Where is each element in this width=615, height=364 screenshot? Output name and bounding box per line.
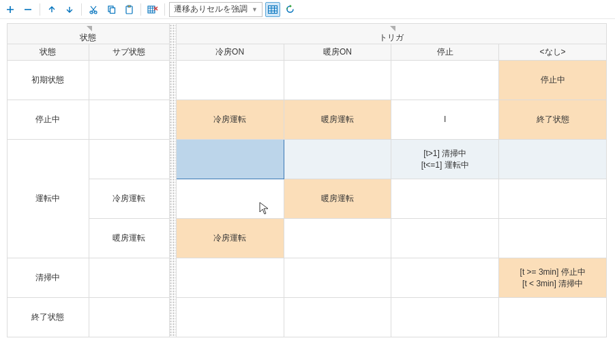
grid-cell[interactable] xyxy=(284,258,391,298)
move-up-button[interactable] xyxy=(44,2,59,17)
delete-cell-button[interactable] xyxy=(145,2,160,17)
row-header-stopped[interactable]: 停止中 xyxy=(7,100,89,140)
state-group-header: 状態 xyxy=(7,24,170,44)
row-header-initial[interactable]: 初期状態 xyxy=(7,61,89,100)
row-header-running[interactable]: 運転中 xyxy=(7,140,89,258)
row-header-end[interactable]: 終了状態 xyxy=(7,298,89,337)
separator xyxy=(81,3,82,16)
grid-cell[interactable] xyxy=(284,298,391,337)
col-header-heating-on[interactable]: 暖房ON xyxy=(284,44,391,61)
grid-cell[interactable] xyxy=(391,298,499,337)
svg-rect-3 xyxy=(110,8,115,14)
svg-rect-5 xyxy=(127,5,130,7)
col-header-cooling-on[interactable]: 冷房ON xyxy=(176,44,284,61)
row-header-sub[interactable] xyxy=(89,61,169,100)
grid-cell[interactable] xyxy=(499,179,607,219)
state-transition-grid: 状態 トリガ 状態 サブ状態 冷房ON 暖房ON 停止 <なし> 初期状態 停止… xyxy=(0,19,615,344)
grid-cell[interactable] xyxy=(176,258,284,298)
grid-cell[interactable] xyxy=(176,61,284,100)
toolbar: 遷移ありセルを強調 ▼ xyxy=(0,0,615,19)
col-header-substate[interactable]: サブ状態 xyxy=(89,44,169,61)
grid-cell[interactable] xyxy=(391,179,499,219)
grid-cell[interactable]: 終了状態 xyxy=(499,100,607,140)
grid-cell[interactable] xyxy=(284,61,391,100)
dropdown-label: 遷移ありセルを強調 xyxy=(174,3,247,15)
row-header-sub[interactable] xyxy=(89,140,169,179)
grid-cell[interactable]: I xyxy=(391,100,499,140)
grid-cell[interactable] xyxy=(499,140,607,179)
column-drag-handle[interactable] xyxy=(169,24,176,61)
grid-cell[interactable]: 冷房運転 xyxy=(176,219,284,258)
grid-cell[interactable]: 暖房運転 xyxy=(284,100,391,140)
grid-cell[interactable] xyxy=(391,219,499,258)
grid-cell[interactable] xyxy=(391,258,499,298)
trigger-group-header: トリガ xyxy=(176,24,606,44)
grid-cell[interactable]: [t >= 3min] 停止中 [t < 3min] 清掃中 xyxy=(499,258,607,298)
grid-cell[interactable]: 暖房運転 xyxy=(284,179,391,219)
col-header-state[interactable]: 状態 xyxy=(7,44,89,61)
grid-view-toggle[interactable] xyxy=(265,2,280,17)
grid-cell[interactable] xyxy=(499,219,607,258)
grid-cell[interactable] xyxy=(176,298,284,337)
separator xyxy=(140,3,141,16)
grid-cell[interactable] xyxy=(499,298,607,337)
corner-icon xyxy=(390,26,395,31)
separator xyxy=(164,3,165,16)
add-button[interactable] xyxy=(3,2,18,17)
row-header-sub-cooling[interactable]: 冷房運転 xyxy=(89,179,169,219)
separator xyxy=(40,3,40,16)
row-header-cleaning[interactable]: 清掃中 xyxy=(7,258,89,298)
row-header-sub[interactable] xyxy=(89,258,169,298)
chevron-down-icon: ▼ xyxy=(252,6,258,13)
col-header-stop[interactable]: 停止 xyxy=(391,44,499,61)
grid-cell-selected[interactable] xyxy=(176,140,284,179)
grid-cell[interactable] xyxy=(391,61,499,100)
grid-cell[interactable]: [t>1] 清掃中 [t<=1] 運転中 xyxy=(391,140,499,179)
highlight-mode-dropdown[interactable]: 遷移ありセルを強調 ▼ xyxy=(169,2,262,17)
remove-button[interactable] xyxy=(20,2,35,17)
grid-cell[interactable] xyxy=(284,140,391,179)
row-header-sub[interactable] xyxy=(89,100,169,140)
row-drag-handle[interactable] xyxy=(169,61,176,337)
corner-icon xyxy=(87,26,92,31)
refresh-button[interactable] xyxy=(283,2,298,17)
grid-cell[interactable] xyxy=(284,219,391,258)
paste-button[interactable] xyxy=(121,2,136,17)
grid-cell[interactable]: 冷房運転 xyxy=(176,100,284,140)
col-header-none[interactable]: <なし> xyxy=(499,44,607,61)
move-down-button[interactable] xyxy=(62,2,77,17)
row-header-sub[interactable] xyxy=(89,298,169,337)
svg-rect-7 xyxy=(268,5,277,13)
cut-button[interactable] xyxy=(86,2,101,17)
svg-rect-6 xyxy=(148,6,155,13)
grid-cell[interactable] xyxy=(176,179,284,219)
copy-button[interactable] xyxy=(104,2,119,17)
grid-cell[interactable]: 停止中 xyxy=(499,61,607,100)
row-header-sub-heating[interactable]: 暖房運転 xyxy=(89,219,169,258)
